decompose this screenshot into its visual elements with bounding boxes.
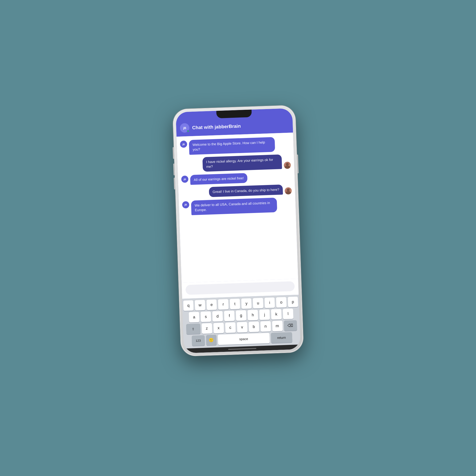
bot-bubble-1: Welcome to the Big Apple Store. How can … xyxy=(189,137,275,154)
bot-message-1: jB Welcome to the Big Apple Store. How c… xyxy=(180,136,290,155)
user-avatar-img-2 xyxy=(284,187,292,194)
home-bar xyxy=(228,348,256,350)
user-avatar-1 xyxy=(284,161,291,169)
keyboard: q w e r t y u i o p a xyxy=(182,294,300,348)
key-delete[interactable]: ⌫ xyxy=(284,320,297,331)
key-g[interactable]: g xyxy=(236,310,246,321)
key-l[interactable]: l xyxy=(283,308,293,319)
keyboard-row-4: 123 🙂 space return xyxy=(184,332,299,346)
user-avatar-img-1 xyxy=(284,161,291,169)
key-b[interactable]: b xyxy=(248,321,259,332)
key-q[interactable]: q xyxy=(183,300,194,311)
chat-app: jB Chat with jabberBrain jB Welcome to xyxy=(176,108,301,353)
key-u[interactable]: u xyxy=(253,298,263,308)
user-message-2: Great! I live in Canada, do you ship to … xyxy=(182,184,292,198)
phone-screen: jB Chat with jabberBrain jB Welcome to xyxy=(176,108,301,353)
bot-bubble-2: All of our earrings are nickel free! xyxy=(190,173,247,185)
key-emoji[interactable]: 🙂 xyxy=(206,335,217,345)
key-t[interactable]: t xyxy=(229,299,240,309)
bot-avatar-2: jB xyxy=(181,175,188,183)
bot-avatar-label-3: jB xyxy=(184,203,187,206)
bot-avatar-1: jB xyxy=(180,140,187,148)
key-x[interactable]: x xyxy=(213,323,224,333)
bot-message-3: jB We deliver to all USA, Canada and all… xyxy=(182,197,292,216)
user-avatar-2 xyxy=(284,187,292,194)
phone-wrapper: jB Chat with jabberBrain jB Welcome to xyxy=(172,105,303,356)
bot-avatar-label-2: jB xyxy=(184,178,186,180)
key-numbers[interactable]: 123 xyxy=(191,335,205,346)
key-m[interactable]: m xyxy=(272,321,283,331)
keyboard-row-1: q w e r t y u i o p xyxy=(183,296,298,311)
user-bubble-1: I have nickel allergy. Are your earrings… xyxy=(202,154,282,171)
message-input[interactable] xyxy=(185,281,294,295)
chat-title: Chat with jabberBrain xyxy=(192,123,241,130)
key-o[interactable]: o xyxy=(276,297,287,307)
key-v[interactable]: v xyxy=(237,322,248,333)
scene: jB Chat with jabberBrain jB Welcome to xyxy=(0,0,476,476)
bot-avatar-3: jB xyxy=(182,201,189,208)
user-bubble-2: Great! I live in Canada, do you ship to … xyxy=(209,185,283,197)
bot-bubble-3: We deliver to all USA, Canada and all co… xyxy=(191,197,277,215)
bot-avatar-label-1: jB xyxy=(182,143,185,145)
bot-header-avatar: jB xyxy=(180,123,189,133)
notch xyxy=(216,110,252,118)
keyboard-row-2: a s d f g h j k l xyxy=(183,308,298,323)
key-e[interactable]: e xyxy=(206,299,217,310)
bot-message-2: jB All of our earrings are nickel free! xyxy=(181,171,291,185)
keyboard-row-3: ⇧ z x c v b n m ⌫ xyxy=(184,320,299,334)
bot-avatar-text: jB xyxy=(183,126,186,130)
key-i[interactable]: i xyxy=(264,297,275,308)
key-z[interactable]: z xyxy=(202,323,212,334)
key-s[interactable]: s xyxy=(200,311,211,322)
key-c[interactable]: c xyxy=(225,322,236,333)
key-return[interactable]: return xyxy=(271,332,292,343)
key-space[interactable]: space xyxy=(218,333,269,345)
messages-area: jB Welcome to the Big Apple Store. How c… xyxy=(176,133,298,283)
key-r[interactable]: r xyxy=(218,299,228,310)
online-dot xyxy=(187,130,189,132)
key-p[interactable]: p xyxy=(288,296,298,307)
key-y[interactable]: y xyxy=(241,298,252,309)
key-j[interactable]: j xyxy=(259,309,270,320)
key-f[interactable]: f xyxy=(224,310,235,321)
key-k[interactable]: k xyxy=(271,309,282,320)
key-w[interactable]: w xyxy=(195,300,205,310)
key-d[interactable]: d xyxy=(212,311,223,322)
key-shift[interactable]: ⇧ xyxy=(186,323,200,334)
key-h[interactable]: h xyxy=(247,310,258,320)
key-n[interactable]: n xyxy=(260,321,271,332)
key-a[interactable]: a xyxy=(188,312,199,323)
user-message-1: I have nickel allergy. Are your earrings… xyxy=(181,154,291,172)
phone-frame: jB Chat with jabberBrain jB Welcome to xyxy=(172,105,303,356)
